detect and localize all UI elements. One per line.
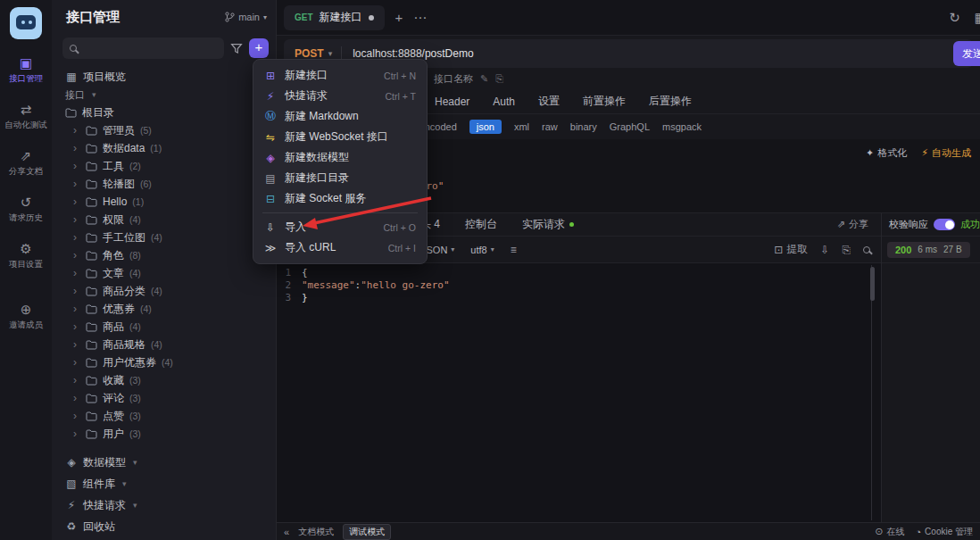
tree-folder-row[interactable]: ›收藏(3) [52, 371, 276, 389]
search-input[interactable] [82, 43, 217, 54]
menu-item-socket-service[interactable]: ⊟新建 Socket 服务 [253, 188, 427, 209]
rail-item-share-docs[interactable]: ⇗分享文档 [4, 141, 47, 187]
tree-folder-row[interactable]: ›用户优惠券(4) [52, 353, 276, 371]
body-type-json[interactable]: json [469, 120, 502, 134]
layout-icon[interactable]: ▦ [975, 10, 980, 26]
body-type-GraphQL[interactable]: GraphQL [610, 121, 650, 132]
sidebar-section-data-model[interactable]: ◈数据模型▾ [52, 452, 276, 473]
folder-name: 商品 [103, 320, 124, 335]
scrollbar-thumb[interactable] [870, 267, 875, 301]
tree-folder-row[interactable]: ›Hello(1) [52, 193, 276, 211]
folder-count: (4) [162, 357, 173, 368]
bottombar-item-cookie[interactable]: ◔Cookie 管理 [915, 526, 973, 538]
sidebar-item-project-overview[interactable]: ▦ 项目概览 [52, 68, 276, 86]
add-new-button[interactable]: + [249, 38, 269, 58]
tree-folder-row[interactable]: ›点赞(3) [52, 407, 276, 425]
copy-icon[interactable]: ⎘ [495, 73, 503, 85]
tree-folder-row[interactable]: ›数据data(1) [52, 139, 276, 157]
body-type-xml[interactable]: xml [514, 121, 529, 132]
sidebar-section-recycle-bin[interactable]: ♻回收站 [52, 516, 276, 537]
request-tab-Header[interactable]: Header [435, 96, 469, 108]
chevron-right-icon: › [73, 249, 80, 262]
sidebar-section-quick-request[interactable]: ⚡快捷请求▾ [52, 494, 276, 516]
quick-request-icon: ⚡ [65, 499, 78, 511]
validate-toggle[interactable] [934, 219, 955, 230]
app-logo[interactable] [10, 7, 42, 39]
tree-folder-row[interactable]: ›手工位图(4) [52, 228, 276, 246]
extract-button[interactable]: ⊡提取 [774, 242, 808, 257]
menu-item-new-api[interactable]: ⊞新建接口Ctrl + N [253, 65, 427, 86]
request-tab-前置操作[interactable]: 前置操作 [583, 94, 626, 109]
search-icon[interactable] [863, 246, 870, 253]
url-input[interactable]: localhost:8888/postDemo [353, 47, 473, 60]
tree-folder-row[interactable]: ›评论(3) [52, 389, 276, 407]
tree-folder-row[interactable]: ›优惠券(4) [52, 300, 276, 318]
response-body[interactable]: 1{2 "message": "hello go-zero"3} [277, 263, 881, 522]
collapse-sidebar-button[interactable]: « [284, 527, 289, 537]
chevron-right-icon: › [73, 392, 80, 404]
tree-folder-row[interactable]: ›商品分类(4) [52, 282, 276, 300]
rail-item-project-settings[interactable]: ⚙项目设置 [4, 234, 47, 280]
folder-icon [86, 287, 97, 296]
menu-item-quick-request[interactable]: ⚡快捷请求Ctrl + T [253, 86, 427, 106]
body-type-binary[interactable]: binary [570, 121, 597, 132]
tree-folder-row[interactable]: ›角色(8) [52, 246, 276, 264]
new-tab-button[interactable]: + [395, 10, 403, 25]
menu-item-data-model[interactable]: ◈新建数据模型 [253, 147, 427, 168]
folder-name: Hello [103, 195, 127, 208]
menu-item-label: 新建接口目录 [285, 170, 349, 186]
request-tab-后置操作[interactable]: 后置操作 [649, 94, 692, 109]
edit-icon[interactable]: ✎ [480, 73, 488, 85]
body-type-raw[interactable]: raw [542, 121, 558, 132]
menu-item-label: 新建 WebSocket 接口 [285, 129, 388, 145]
tree-folder-row[interactable]: ›轮播图(6) [52, 175, 276, 193]
encoding-dropdown[interactable]: utf8▾ [470, 245, 494, 255]
tree-folder-row[interactable]: ›工具(2) [52, 157, 276, 175]
share-button[interactable]: ⇗分享 [837, 218, 868, 231]
search-box[interactable] [62, 37, 224, 59]
debug-mode-button[interactable]: 调试模式 [343, 524, 391, 540]
autogenerate-button[interactable]: ⚡自动生成 [921, 146, 971, 160]
request-tab-Auth[interactable]: Auth [493, 96, 515, 108]
sidebar-section-component-library[interactable]: ▧组件库▾ [52, 473, 276, 494]
tree-root-folder[interactable]: 根目录 [52, 104, 276, 121]
filter-icon[interactable] [230, 43, 243, 54]
download-icon[interactable]: ⇩ [820, 244, 829, 256]
request-tab-设置[interactable]: 设置 [538, 94, 560, 109]
method-select[interactable]: POST [295, 47, 324, 60]
format-button[interactable]: ✦格式化 [866, 146, 907, 160]
chevron-right-icon: › [73, 231, 80, 244]
tree-folder-row[interactable]: ›文章(4) [52, 264, 276, 282]
rail-item-invite-member[interactable]: ⊕邀请成员 [4, 295, 47, 341]
response-tab[interactable]: 实际请求 [522, 217, 574, 232]
tree-folder-row[interactable]: ›用户(3) [52, 425, 276, 443]
doc-mode-button[interactable]: 文档模式 [298, 526, 334, 538]
menu-item-new-folder[interactable]: ▤新建接口目录 [253, 168, 427, 188]
menu-item-curl-import[interactable]: ≫导入 cURLCtrl + I [253, 237, 427, 258]
sidebar-section-apis[interactable]: 接口 ▾ [52, 86, 276, 104]
sync-icon[interactable]: ↻ [949, 10, 960, 26]
component-library-icon: ▧ [65, 478, 78, 490]
menu-item-import[interactable]: ⇩导入Ctrl + O [253, 217, 427, 237]
rail-item-automation-test[interactable]: ⇄自动化测试 [4, 95, 47, 141]
menu-item-markdown[interactable]: Ⓜ新建 Markdown [253, 106, 427, 127]
copy-icon[interactable]: ⎘ [842, 244, 851, 256]
tab-new-api[interactable]: GET 新建接口 [284, 5, 385, 30]
folder-count: (6) [140, 179, 152, 189]
menu-item-websocket[interactable]: ⇋新建 WebSocket 接口 [253, 127, 427, 147]
tree-folder-row[interactable]: ›商品(4) [52, 318, 276, 336]
branch-selector[interactable]: main ▾ [225, 12, 267, 22]
tree-folder-row[interactable]: ›权限(4) [52, 211, 276, 228]
tree-folder-row[interactable]: ›商品规格(4) [52, 336, 276, 353]
bottombar-item-online[interactable]: ⊙在线 [875, 526, 904, 538]
wrap-lines-icon[interactable]: ≡ [511, 244, 517, 256]
response-tab[interactable]: 控制台 [465, 217, 497, 232]
more-tabs-button[interactable]: ⋯ [413, 10, 427, 26]
response-size: 27 B [943, 245, 962, 254]
send-button[interactable]: 发送 [953, 41, 980, 66]
rail-item-request-history[interactable]: ↺请求历史 [4, 187, 47, 234]
body-type-msgpack[interactable]: msgpack [662, 121, 702, 132]
tree-folder-row[interactable]: ›管理员(5) [52, 121, 276, 139]
folder-count: (4) [151, 339, 162, 350]
rail-item-api-management[interactable]: ▣接口管理 [4, 48, 47, 95]
